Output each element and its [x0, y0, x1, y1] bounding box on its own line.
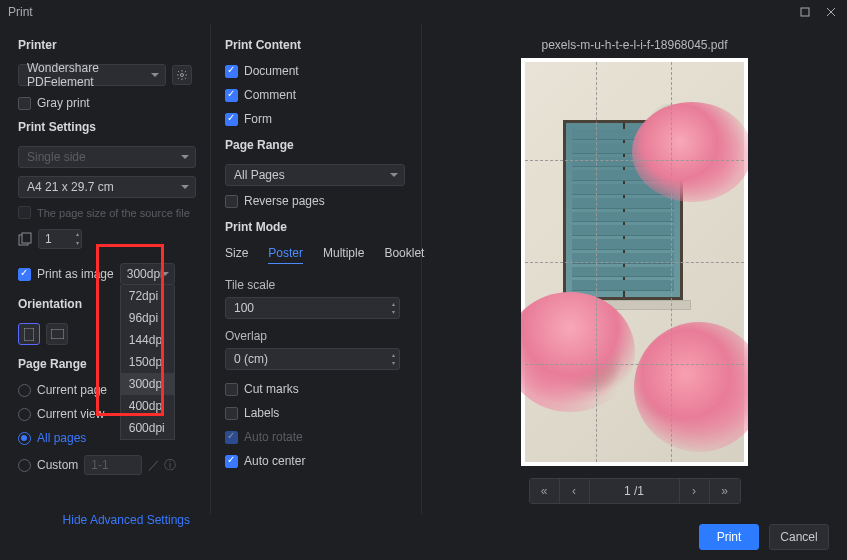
orientation-landscape[interactable]	[46, 323, 68, 345]
range-custom-input[interactable]: 1-1	[84, 455, 142, 475]
close-button[interactable]	[823, 4, 839, 20]
dpi-option-300[interactable]: 300dpi	[121, 373, 174, 395]
page-navigator: « ‹ 1 /1 › »	[529, 478, 741, 504]
print-mode-heading: Print Mode	[225, 220, 415, 234]
preview-panel: pexels-m-u-h-t-e-l-i-f-18968045.pdf « ‹ …	[422, 24, 847, 514]
page-last-button[interactable]: »	[710, 479, 740, 503]
svg-rect-5	[22, 233, 31, 243]
titlebar: Print	[0, 0, 847, 24]
dpi-option-600[interactable]: 600dpi	[121, 417, 174, 439]
range-current-page-radio[interactable]	[18, 384, 31, 397]
paper-size-select[interactable]: A4 21 x 29.7 cm	[18, 176, 196, 198]
page-first-button[interactable]: «	[530, 479, 560, 503]
range-all-pages-radio[interactable]	[18, 432, 31, 445]
content-document-label: Document	[244, 64, 299, 78]
sides-select[interactable]: Single side	[18, 146, 196, 168]
dpi-option-96[interactable]: 96dpi	[121, 307, 174, 329]
reverse-pages-checkbox[interactable]	[225, 195, 238, 208]
gray-print-label: Gray print	[37, 96, 90, 110]
auto-center-checkbox[interactable]	[225, 455, 238, 468]
print-as-image-checkbox[interactable]	[18, 268, 31, 281]
dpi-option-144[interactable]: 144dpi	[121, 329, 174, 351]
tab-multiple[interactable]: Multiple	[323, 246, 364, 264]
dpi-dropdown: 72dpi 96dpi 144dpi 150dpi 300dpi 400dpi …	[120, 285, 175, 440]
reverse-pages-label: Reverse pages	[244, 194, 325, 208]
range-all-pages-label: All pages	[37, 431, 86, 445]
advanced-settings-toggle[interactable]: Hide Advanced Settings	[18, 513, 196, 527]
window-title: Print	[8, 5, 33, 19]
page-preview	[521, 58, 748, 466]
maximize-button[interactable]	[797, 4, 813, 20]
svg-point-3	[181, 74, 184, 77]
svg-rect-7	[51, 329, 64, 339]
labels-checkbox[interactable]	[225, 407, 238, 420]
range-custom-label: Custom	[37, 458, 78, 472]
dpi-option-150[interactable]: 150dpi	[121, 351, 174, 373]
range-current-view-label: Current view	[37, 407, 104, 421]
range-current-view-radio[interactable]	[18, 408, 31, 421]
printer-select[interactable]: Wondershare PDFelement	[18, 64, 166, 86]
auto-center-label: Auto center	[244, 454, 305, 468]
orientation-portrait[interactable]	[18, 323, 40, 345]
cut-marks-label: Cut marks	[244, 382, 299, 396]
range-custom-radio[interactable]	[18, 459, 31, 472]
dpi-select-value: 300dpi	[127, 267, 163, 281]
copies-icon	[18, 232, 32, 246]
source-size-label: The page size of the source file	[37, 207, 190, 219]
dialog-body: Printer Wondershare PDFelement Gray prin…	[0, 24, 847, 514]
print-as-image-label: Print as image	[37, 267, 114, 281]
paper-size-value: A4 21 x 29.7 cm	[27, 180, 114, 194]
page-prev-button[interactable]: ‹	[560, 479, 590, 503]
preview-filename: pexels-m-u-h-t-e-l-i-f-18968045.pdf	[541, 38, 727, 52]
printer-settings-button[interactable]	[172, 65, 192, 85]
left-panel: Printer Wondershare PDFelement Gray prin…	[0, 24, 210, 514]
printer-heading: Printer	[18, 38, 196, 52]
page-range-select-value: All Pages	[234, 168, 285, 182]
dpi-wrapper: 300dpi 72dpi 96dpi 144dpi 150dpi 300dpi …	[120, 263, 175, 285]
printer-select-value: Wondershare PDFelement	[27, 61, 147, 89]
dpi-option-400[interactable]: 400dpi	[121, 395, 174, 417]
range-help-icon[interactable]: ／ ⓘ	[148, 457, 175, 474]
print-content-heading: Print Content	[225, 38, 415, 52]
print-button[interactable]: Print	[699, 524, 759, 550]
tab-booklet[interactable]: Booklet	[384, 246, 424, 264]
page-indicator: 1 /1	[590, 479, 680, 503]
overlap-value: 0 (cm)	[234, 352, 268, 366]
auto-rotate-checkbox	[225, 431, 238, 444]
tab-size[interactable]: Size	[225, 246, 248, 264]
middle-panel: Print Content Document Comment Form Page…	[210, 24, 422, 514]
print-settings-heading: Print Settings	[18, 120, 196, 134]
range-current-page-label: Current page	[37, 383, 107, 397]
overlap-label: Overlap	[225, 329, 415, 343]
sides-select-value: Single side	[27, 150, 86, 164]
dpi-select[interactable]: 300dpi	[120, 263, 175, 285]
content-comment-checkbox[interactable]	[225, 89, 238, 102]
svg-rect-6	[24, 328, 34, 341]
cut-marks-checkbox[interactable]	[225, 383, 238, 396]
dpi-option-72[interactable]: 72dpi	[121, 285, 174, 307]
content-form-label: Form	[244, 112, 272, 126]
page-range-mid-heading: Page Range	[225, 138, 415, 152]
page-next-button[interactable]: ›	[680, 479, 710, 503]
content-document-checkbox[interactable]	[225, 65, 238, 78]
svg-rect-0	[801, 8, 809, 16]
overlap-input[interactable]: 0 (cm)	[225, 348, 400, 370]
range-custom-value: 1-1	[91, 458, 108, 472]
copies-value: 1	[45, 232, 52, 246]
page-range-select[interactable]: All Pages	[225, 164, 405, 186]
cancel-button[interactable]: Cancel	[769, 524, 829, 550]
tab-poster[interactable]: Poster	[268, 246, 303, 264]
labels-label: Labels	[244, 406, 279, 420]
gray-print-checkbox[interactable]	[18, 97, 31, 110]
tile-scale-value: 100	[234, 301, 254, 315]
tile-scale-label: Tile scale	[225, 278, 415, 292]
tile-scale-input[interactable]: 100	[225, 297, 400, 319]
source-size-checkbox	[18, 206, 31, 219]
auto-rotate-label: Auto rotate	[244, 430, 303, 444]
copies-input[interactable]: 1	[38, 229, 82, 249]
content-form-checkbox[interactable]	[225, 113, 238, 126]
content-comment-label: Comment	[244, 88, 296, 102]
